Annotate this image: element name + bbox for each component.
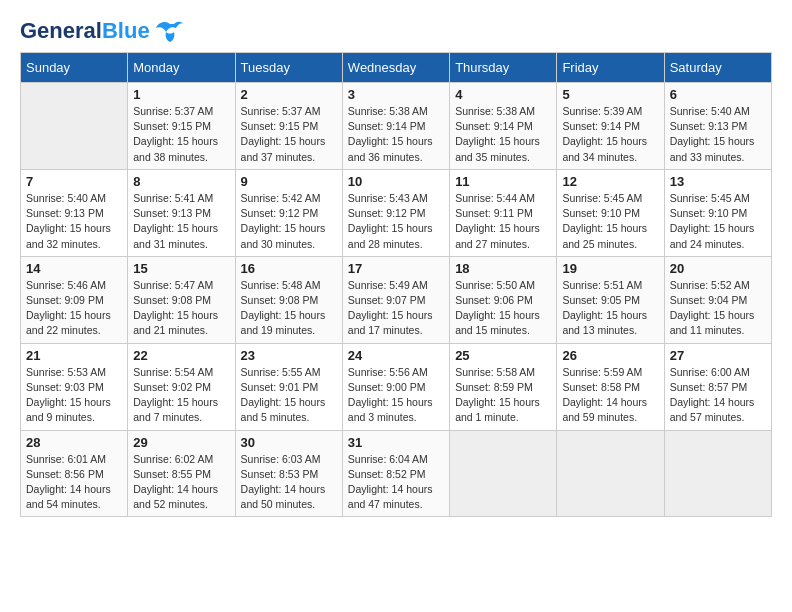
logo-text: GeneralBlue	[20, 20, 150, 42]
calendar-cell: 6Sunrise: 5:40 AMSunset: 9:13 PMDaylight…	[664, 83, 771, 170]
day-number: 25	[455, 348, 551, 363]
calendar-cell: 22Sunrise: 5:54 AMSunset: 9:02 PMDayligh…	[128, 343, 235, 430]
calendar-header-row: SundayMondayTuesdayWednesdayThursdayFrid…	[21, 53, 772, 83]
cell-details: Sunrise: 5:53 AMSunset: 9:03 PMDaylight:…	[26, 365, 122, 426]
calendar-cell: 19Sunrise: 5:51 AMSunset: 9:05 PMDayligh…	[557, 256, 664, 343]
cell-details: Sunrise: 5:58 AMSunset: 8:59 PMDaylight:…	[455, 365, 551, 426]
calendar-cell: 9Sunrise: 5:42 AMSunset: 9:12 PMDaylight…	[235, 169, 342, 256]
column-header-wednesday: Wednesday	[342, 53, 449, 83]
cell-details: Sunrise: 5:56 AMSunset: 9:00 PMDaylight:…	[348, 365, 444, 426]
cell-details: Sunrise: 6:01 AMSunset: 8:56 PMDaylight:…	[26, 452, 122, 513]
calendar-week-4: 21Sunrise: 5:53 AMSunset: 9:03 PMDayligh…	[21, 343, 772, 430]
day-number: 6	[670, 87, 766, 102]
calendar-cell: 4Sunrise: 5:38 AMSunset: 9:14 PMDaylight…	[450, 83, 557, 170]
calendar-cell: 11Sunrise: 5:44 AMSunset: 9:11 PMDayligh…	[450, 169, 557, 256]
cell-details: Sunrise: 5:59 AMSunset: 8:58 PMDaylight:…	[562, 365, 658, 426]
cell-details: Sunrise: 5:37 AMSunset: 9:15 PMDaylight:…	[241, 104, 337, 165]
cell-details: Sunrise: 6:03 AMSunset: 8:53 PMDaylight:…	[241, 452, 337, 513]
cell-details: Sunrise: 6:04 AMSunset: 8:52 PMDaylight:…	[348, 452, 444, 513]
calendar-cell: 27Sunrise: 6:00 AMSunset: 8:57 PMDayligh…	[664, 343, 771, 430]
calendar-cell: 25Sunrise: 5:58 AMSunset: 8:59 PMDayligh…	[450, 343, 557, 430]
calendar-cell: 16Sunrise: 5:48 AMSunset: 9:08 PMDayligh…	[235, 256, 342, 343]
calendar-cell	[450, 430, 557, 517]
calendar-cell: 29Sunrise: 6:02 AMSunset: 8:55 PMDayligh…	[128, 430, 235, 517]
day-number: 31	[348, 435, 444, 450]
calendar-cell: 15Sunrise: 5:47 AMSunset: 9:08 PMDayligh…	[128, 256, 235, 343]
cell-details: Sunrise: 5:41 AMSunset: 9:13 PMDaylight:…	[133, 191, 229, 252]
day-number: 14	[26, 261, 122, 276]
cell-details: Sunrise: 5:45 AMSunset: 9:10 PMDaylight:…	[670, 191, 766, 252]
cell-details: Sunrise: 6:00 AMSunset: 8:57 PMDaylight:…	[670, 365, 766, 426]
calendar-cell: 21Sunrise: 5:53 AMSunset: 9:03 PMDayligh…	[21, 343, 128, 430]
day-number: 27	[670, 348, 766, 363]
day-number: 18	[455, 261, 551, 276]
calendar-cell: 14Sunrise: 5:46 AMSunset: 9:09 PMDayligh…	[21, 256, 128, 343]
day-number: 16	[241, 261, 337, 276]
day-number: 2	[241, 87, 337, 102]
cell-details: Sunrise: 5:37 AMSunset: 9:15 PMDaylight:…	[133, 104, 229, 165]
page-header: GeneralBlue	[20, 20, 772, 42]
calendar-cell: 3Sunrise: 5:38 AMSunset: 9:14 PMDaylight…	[342, 83, 449, 170]
calendar-cell: 17Sunrise: 5:49 AMSunset: 9:07 PMDayligh…	[342, 256, 449, 343]
cell-details: Sunrise: 5:55 AMSunset: 9:01 PMDaylight:…	[241, 365, 337, 426]
day-number: 12	[562, 174, 658, 189]
day-number: 4	[455, 87, 551, 102]
column-header-thursday: Thursday	[450, 53, 557, 83]
day-number: 23	[241, 348, 337, 363]
cell-details: Sunrise: 5:52 AMSunset: 9:04 PMDaylight:…	[670, 278, 766, 339]
day-number: 29	[133, 435, 229, 450]
cell-details: Sunrise: 5:40 AMSunset: 9:13 PMDaylight:…	[670, 104, 766, 165]
cell-details: Sunrise: 5:45 AMSunset: 9:10 PMDaylight:…	[562, 191, 658, 252]
day-number: 20	[670, 261, 766, 276]
cell-details: Sunrise: 5:40 AMSunset: 9:13 PMDaylight:…	[26, 191, 122, 252]
cell-details: Sunrise: 5:48 AMSunset: 9:08 PMDaylight:…	[241, 278, 337, 339]
column-header-monday: Monday	[128, 53, 235, 83]
calendar-cell: 8Sunrise: 5:41 AMSunset: 9:13 PMDaylight…	[128, 169, 235, 256]
day-number: 13	[670, 174, 766, 189]
column-header-saturday: Saturday	[664, 53, 771, 83]
calendar-cell: 7Sunrise: 5:40 AMSunset: 9:13 PMDaylight…	[21, 169, 128, 256]
calendar-week-3: 14Sunrise: 5:46 AMSunset: 9:09 PMDayligh…	[21, 256, 772, 343]
calendar-cell: 20Sunrise: 5:52 AMSunset: 9:04 PMDayligh…	[664, 256, 771, 343]
calendar-cell: 18Sunrise: 5:50 AMSunset: 9:06 PMDayligh…	[450, 256, 557, 343]
calendar-cell: 10Sunrise: 5:43 AMSunset: 9:12 PMDayligh…	[342, 169, 449, 256]
day-number: 21	[26, 348, 122, 363]
cell-details: Sunrise: 5:39 AMSunset: 9:14 PMDaylight:…	[562, 104, 658, 165]
calendar-table: SundayMondayTuesdayWednesdayThursdayFrid…	[20, 52, 772, 517]
cell-details: Sunrise: 5:43 AMSunset: 9:12 PMDaylight:…	[348, 191, 444, 252]
calendar-cell: 12Sunrise: 5:45 AMSunset: 9:10 PMDayligh…	[557, 169, 664, 256]
calendar-cell	[664, 430, 771, 517]
calendar-cell: 31Sunrise: 6:04 AMSunset: 8:52 PMDayligh…	[342, 430, 449, 517]
calendar-cell: 24Sunrise: 5:56 AMSunset: 9:00 PMDayligh…	[342, 343, 449, 430]
day-number: 9	[241, 174, 337, 189]
cell-details: Sunrise: 5:50 AMSunset: 9:06 PMDaylight:…	[455, 278, 551, 339]
cell-details: Sunrise: 6:02 AMSunset: 8:55 PMDaylight:…	[133, 452, 229, 513]
day-number: 10	[348, 174, 444, 189]
day-number: 5	[562, 87, 658, 102]
day-number: 30	[241, 435, 337, 450]
cell-details: Sunrise: 5:51 AMSunset: 9:05 PMDaylight:…	[562, 278, 658, 339]
cell-details: Sunrise: 5:46 AMSunset: 9:09 PMDaylight:…	[26, 278, 122, 339]
cell-details: Sunrise: 5:44 AMSunset: 9:11 PMDaylight:…	[455, 191, 551, 252]
cell-details: Sunrise: 5:42 AMSunset: 9:12 PMDaylight:…	[241, 191, 337, 252]
day-number: 24	[348, 348, 444, 363]
calendar-cell: 26Sunrise: 5:59 AMSunset: 8:58 PMDayligh…	[557, 343, 664, 430]
calendar-cell: 13Sunrise: 5:45 AMSunset: 9:10 PMDayligh…	[664, 169, 771, 256]
calendar-cell: 23Sunrise: 5:55 AMSunset: 9:01 PMDayligh…	[235, 343, 342, 430]
day-number: 1	[133, 87, 229, 102]
day-number: 19	[562, 261, 658, 276]
calendar-week-1: 1Sunrise: 5:37 AMSunset: 9:15 PMDaylight…	[21, 83, 772, 170]
calendar-cell	[557, 430, 664, 517]
day-number: 28	[26, 435, 122, 450]
cell-details: Sunrise: 5:49 AMSunset: 9:07 PMDaylight:…	[348, 278, 444, 339]
calendar-week-5: 28Sunrise: 6:01 AMSunset: 8:56 PMDayligh…	[21, 430, 772, 517]
logo: GeneralBlue	[20, 20, 184, 42]
day-number: 15	[133, 261, 229, 276]
column-header-tuesday: Tuesday	[235, 53, 342, 83]
calendar-week-2: 7Sunrise: 5:40 AMSunset: 9:13 PMDaylight…	[21, 169, 772, 256]
calendar-cell: 30Sunrise: 6:03 AMSunset: 8:53 PMDayligh…	[235, 430, 342, 517]
cell-details: Sunrise: 5:38 AMSunset: 9:14 PMDaylight:…	[455, 104, 551, 165]
calendar-cell: 28Sunrise: 6:01 AMSunset: 8:56 PMDayligh…	[21, 430, 128, 517]
calendar-cell: 2Sunrise: 5:37 AMSunset: 9:15 PMDaylight…	[235, 83, 342, 170]
day-number: 26	[562, 348, 658, 363]
